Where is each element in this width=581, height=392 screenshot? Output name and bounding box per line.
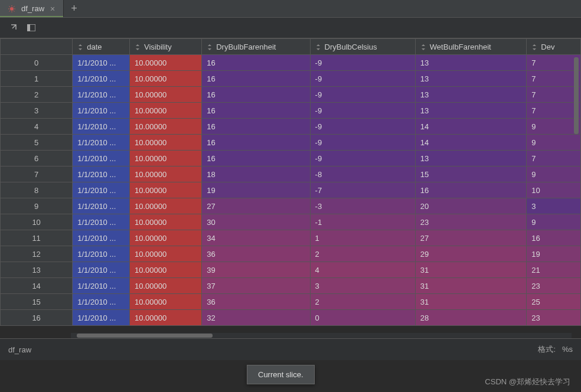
cell-drybulb-f[interactable]: 27 xyxy=(202,198,310,214)
cell-dev[interactable]: 23 xyxy=(527,278,581,294)
cell-dev[interactable]: 9 xyxy=(527,119,581,135)
table-row[interactable]: 131/1/2010 ...10.000003943121 xyxy=(1,262,581,278)
cell-dev[interactable]: 9 xyxy=(527,166,581,182)
cell-date[interactable]: 1/1/2010 ... xyxy=(73,151,130,166)
cell-drybulb-f[interactable]: 37 xyxy=(202,278,310,294)
tab-df-raw[interactable]: df_raw × xyxy=(0,0,64,17)
cell-visibility[interactable]: 10.00000 xyxy=(130,119,202,135)
data-table[interactable]: date Visibility DryBulbFarenheit DryBulb… xyxy=(0,38,581,326)
table-row[interactable]: 21/1/2010 ...10.0000016-9137 xyxy=(1,87,581,103)
cell-drybulb-c[interactable]: -8 xyxy=(310,166,415,182)
cell-date[interactable]: 1/1/2010 ... xyxy=(73,278,130,294)
cell-visibility[interactable]: 10.00000 xyxy=(130,214,202,230)
table-row[interactable]: 61/1/2010 ...10.0000016-9137 xyxy=(1,151,581,166)
cell-wetbulb-f[interactable]: 31 xyxy=(415,294,526,310)
cell-drybulb-c[interactable]: -3 xyxy=(310,198,415,214)
col-date[interactable]: date xyxy=(73,39,130,55)
vertical-scrollbar[interactable] xyxy=(574,57,579,311)
cell-visibility[interactable]: 10.00000 xyxy=(130,278,202,294)
table-row[interactable]: 101/1/2010 ...10.0000030-1239 xyxy=(1,214,581,230)
cell-drybulb-f[interactable]: 36 xyxy=(202,246,310,262)
cell-wetbulb-f[interactable]: 13 xyxy=(415,87,526,103)
cell-dev[interactable]: 7 xyxy=(527,55,581,71)
cell-drybulb-c[interactable]: 0 xyxy=(310,310,415,326)
cell-date[interactable]: 1/1/2010 ... xyxy=(73,198,130,214)
table-row[interactable]: 31/1/2010 ...10.0000016-9137 xyxy=(1,103,581,119)
cell-dev[interactable]: 9 xyxy=(527,214,581,230)
cell-date[interactable]: 1/1/2010 ... xyxy=(73,71,130,87)
cell-date[interactable]: 1/1/2010 ... xyxy=(73,135,130,151)
cell-wetbulb-f[interactable]: 31 xyxy=(415,262,526,278)
cell-date[interactable]: 1/1/2010 ... xyxy=(73,310,130,326)
cell-date[interactable]: 1/1/2010 ... xyxy=(73,119,130,135)
cell-dev[interactable]: 21 xyxy=(527,262,581,278)
cell-drybulb-c[interactable]: -1 xyxy=(310,214,415,230)
cell-dev[interactable]: 16 xyxy=(527,230,581,246)
cell-dev[interactable]: 3 xyxy=(527,198,581,214)
cell-drybulb-f[interactable]: 16 xyxy=(202,71,310,87)
cell-wetbulb-f[interactable]: 23 xyxy=(415,214,526,230)
cell-date[interactable]: 1/1/2010 ... xyxy=(73,294,130,310)
cell-wetbulb-f[interactable]: 15 xyxy=(415,166,526,182)
cell-wetbulb-f[interactable]: 13 xyxy=(415,55,526,71)
cell-drybulb-c[interactable]: 2 xyxy=(310,246,415,262)
cell-drybulb-f[interactable]: 34 xyxy=(202,230,310,246)
panel-icon[interactable] xyxy=(27,23,35,33)
cell-visibility[interactable]: 10.00000 xyxy=(130,182,202,198)
table-row[interactable]: 111/1/2010 ...10.000003412716 xyxy=(1,230,581,246)
add-tab-button[interactable]: + xyxy=(64,0,84,17)
table-row[interactable]: 71/1/2010 ...10.0000018-8159 xyxy=(1,166,581,182)
cell-drybulb-f[interactable]: 32 xyxy=(202,310,310,326)
cell-date[interactable]: 1/1/2010 ... xyxy=(73,55,130,71)
table-row[interactable]: 51/1/2010 ...10.0000016-9149 xyxy=(1,135,581,151)
cell-date[interactable]: 1/1/2010 ... xyxy=(73,246,130,262)
col-visibility[interactable]: Visibility xyxy=(130,39,202,55)
cell-wetbulb-f[interactable]: 14 xyxy=(415,135,526,151)
table-row[interactable]: 01/1/2010 ...10.0000016-9137 xyxy=(1,55,581,71)
cell-date[interactable]: 1/1/2010 ... xyxy=(73,214,130,230)
cell-drybulb-c[interactable]: 1 xyxy=(310,230,415,246)
col-dev[interactable]: Dev xyxy=(527,39,581,55)
scrollbar-thumb[interactable] xyxy=(77,334,213,338)
table-row[interactable]: 161/1/2010 ...10.000003202823 xyxy=(1,310,581,326)
close-icon[interactable]: × xyxy=(50,4,55,14)
cell-drybulb-f[interactable]: 16 xyxy=(202,119,310,135)
cell-dev[interactable]: 19 xyxy=(527,246,581,262)
table-row[interactable]: 81/1/2010 ...10.0000019-71610 xyxy=(1,182,581,198)
cell-date[interactable]: 1/1/2010 ... xyxy=(73,182,130,198)
table-row[interactable]: 141/1/2010 ...10.000003733123 xyxy=(1,278,581,294)
cell-wetbulb-f[interactable]: 29 xyxy=(415,246,526,262)
cell-drybulb-c[interactable]: -9 xyxy=(310,87,415,103)
scrollbar-thumb[interactable] xyxy=(574,57,579,134)
table-row[interactable]: 151/1/2010 ...10.000003623125 xyxy=(1,294,581,310)
index-header[interactable] xyxy=(1,39,73,55)
cell-drybulb-c[interactable]: -9 xyxy=(310,103,415,119)
cell-date[interactable]: 1/1/2010 ... xyxy=(73,230,130,246)
cell-drybulb-f[interactable]: 30 xyxy=(202,214,310,230)
cell-drybulb-f[interactable]: 19 xyxy=(202,182,310,198)
cell-wetbulb-f[interactable]: 20 xyxy=(415,198,526,214)
cell-wetbulb-f[interactable]: 13 xyxy=(415,71,526,87)
cell-drybulb-c[interactable]: 3 xyxy=(310,278,415,294)
cell-date[interactable]: 1/1/2010 ... xyxy=(73,166,130,182)
cell-visibility[interactable]: 10.00000 xyxy=(130,71,202,87)
cell-drybulb-c[interactable]: 4 xyxy=(310,262,415,278)
table-row[interactable]: 91/1/2010 ...10.0000027-3203 xyxy=(1,198,581,214)
table-row[interactable]: 121/1/2010 ...10.000003622919 xyxy=(1,246,581,262)
cell-date[interactable]: 1/1/2010 ... xyxy=(73,262,130,278)
cell-dev[interactable]: 7 xyxy=(527,71,581,87)
col-drybulb-c[interactable]: DryBulbCelsius xyxy=(310,39,415,55)
col-drybulb-f[interactable]: DryBulbFarenheit xyxy=(202,39,310,55)
cell-visibility[interactable]: 10.00000 xyxy=(130,230,202,246)
cell-visibility[interactable]: 10.00000 xyxy=(130,246,202,262)
col-wetbulb-f[interactable]: WetBulbFarenheit xyxy=(415,39,526,55)
cell-dev[interactable]: 10 xyxy=(527,182,581,198)
table-row[interactable]: 41/1/2010 ...10.0000016-9149 xyxy=(1,119,581,135)
cell-wetbulb-f[interactable]: 16 xyxy=(415,182,526,198)
popout-icon[interactable] xyxy=(9,23,18,33)
cell-visibility[interactable]: 10.00000 xyxy=(130,310,202,326)
cell-visibility[interactable]: 10.00000 xyxy=(130,151,202,166)
cell-wetbulb-f[interactable]: 13 xyxy=(415,151,526,166)
cell-dev[interactable]: 9 xyxy=(527,135,581,151)
cell-dev[interactable]: 23 xyxy=(527,310,581,326)
